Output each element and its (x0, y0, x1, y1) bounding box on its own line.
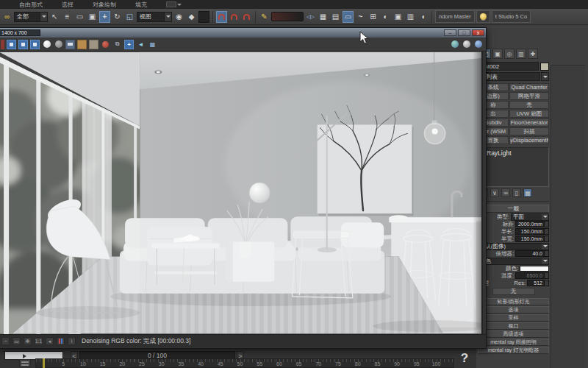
modifier-button[interactable]: 扫描 (509, 127, 549, 135)
stack-item-vraylight[interactable]: RayLight (480, 149, 547, 157)
correction-sphere-icon[interactable] (450, 40, 459, 49)
modifier-button[interactable]: 壳 (509, 101, 549, 109)
green-channel-icon[interactable] (18, 40, 28, 49)
window-crossing-icon[interactable]: ▣ (87, 11, 98, 23)
rollout-bar[interactable]: 矩形/圆形灯光 (478, 298, 549, 305)
reference-coordsys-dropdown[interactable]: 视图 (137, 12, 172, 22)
material-editor-icon[interactable]: ◐ (380, 11, 391, 23)
spinner-icon[interactable] (544, 222, 548, 227)
time-slider-handle[interactable] (43, 358, 45, 368)
load-image-icon[interactable] (77, 40, 87, 49)
alpha-channel-icon[interactable] (42, 40, 51, 49)
texture-none-button[interactable]: 无 (492, 288, 535, 295)
track-bar-ruler[interactable] (35, 358, 454, 368)
spinner-icon[interactable] (544, 280, 548, 286)
rollout-bar[interactable]: mental ray 灯光明暗器 (478, 347, 549, 354)
zoom-fit-icon[interactable]: ▭ (12, 337, 21, 345)
ribbon-toggle-icon[interactable]: ▭ (343, 11, 354, 23)
rect-selection-region-icon[interactable]: ▭ (74, 11, 85, 23)
tab-motion[interactable]: ◎ (504, 49, 514, 59)
ribbon-tab-selection[interactable]: 选择 (62, 1, 74, 9)
select-by-name-icon[interactable]: ≡ (62, 11, 73, 23)
select-scale-icon[interactable]: ◱ (124, 11, 135, 23)
studio-plugin-button[interactable]: t Studio 5 Co (492, 10, 531, 23)
spinner-icon[interactable] (544, 236, 548, 241)
rollout-bar[interactable]: 采样 (478, 314, 549, 322)
rollout-bar[interactable]: 高级选项 (478, 330, 549, 338)
rollout-bar[interactable]: mental ray 间接照明 (478, 339, 549, 346)
selection-filter-dropdown[interactable]: 全部 (14, 12, 48, 22)
named-selection-field[interactable] (271, 12, 304, 21)
percent-snap-icon[interactable] (241, 11, 252, 23)
rollout-bar[interactable]: 视口 (478, 322, 549, 330)
render-window-titlebar[interactable]: 1400 x 700 – □ x (0, 28, 486, 38)
configure-modifier-sets-icon[interactable]: ▦ (523, 188, 532, 197)
duplicate-buffer-icon[interactable]: ⧉ (112, 40, 122, 49)
mini-curve-editor-button[interactable] (19, 359, 31, 367)
mirror-icon[interactable]: ◁▷ (305, 11, 316, 23)
color-mode-dropdown[interactable]: 颜色 (478, 258, 549, 265)
tab-utilities[interactable]: ✚ (528, 49, 538, 59)
select-manipulate-icon[interactable]: ◆ (186, 11, 197, 23)
render-production-icon[interactable]: ◖ (417, 11, 429, 23)
rendered-frame-window-icon[interactable]: ▥ (405, 11, 416, 23)
light-plugin-button[interactable] (476, 10, 490, 23)
close-button[interactable]: x (472, 29, 484, 36)
monitor-icon[interactable]: ▦ (148, 40, 157, 49)
save-image-icon[interactable] (65, 40, 75, 49)
modifier-list-dropdown[interactable]: 器列表 (478, 72, 540, 81)
keyboard-override-icon[interactable] (198, 11, 209, 23)
zoom-out-icon[interactable]: − (1, 337, 10, 345)
grey-sphere-icon[interactable] (462, 40, 471, 49)
maximize-button[interactable]: □ (458, 29, 470, 36)
res-field[interactable]: 512 (527, 280, 549, 286)
half-length-field[interactable]: 150.0mm (515, 228, 549, 235)
tab-hierarchy[interactable]: ▣ (492, 49, 503, 59)
minimize-button[interactable]: – (444, 29, 456, 36)
link-icon[interactable]: ∞ (1, 11, 12, 23)
ribbon-tab-object-paint[interactable]: 对象绘制 (93, 1, 116, 9)
modifier-button[interactable]: FloorGenerator (509, 118, 549, 127)
chevron-down-icon[interactable] (541, 72, 549, 81)
modifier-button[interactable]: ayDisplacementM (509, 136, 549, 144)
show-end-result-icon[interactable]: ∨ (490, 188, 499, 197)
select-move-icon[interactable]: + (99, 11, 110, 23)
select-object-icon[interactable]: ↖ (49, 11, 60, 23)
mono-channel-icon[interactable] (54, 40, 63, 49)
rollout-bar[interactable]: 选项 (478, 306, 549, 314)
use-center-icon[interactable]: ◉ (173, 11, 184, 23)
schematic-view-icon[interactable]: ⊞ (368, 11, 379, 23)
light-color-swatch[interactable] (520, 266, 549, 272)
track-mouse-icon[interactable]: + (124, 40, 134, 49)
intensity-units-dropdown[interactable]: 默认(图像) (478, 243, 549, 250)
multiplier-field[interactable]: 40.0 (515, 250, 549, 257)
modifier-button[interactable]: 网格平滑 (509, 92, 549, 100)
align-icon[interactable]: ▦ (318, 11, 329, 23)
ribbon-collapse-icon[interactable] (166, 1, 176, 7)
half-width-field[interactable]: 150.0mm (515, 236, 549, 242)
spinner-icon[interactable] (544, 229, 548, 234)
compare-ab-icon[interactable] (57, 337, 65, 345)
prev-channel-icon[interactable]: ◂ (46, 337, 54, 345)
pan-icon[interactable]: ✥ (24, 337, 32, 345)
actual-size-icon[interactable]: 1:1 (35, 337, 43, 345)
modifier-stack[interactable]: RayLight (478, 147, 549, 187)
select-rotate-icon[interactable]: ↻ (112, 11, 123, 23)
clear-image-icon[interactable] (101, 40, 110, 49)
copy-image-icon[interactable] (89, 40, 98, 49)
info-icon[interactable]: i (68, 337, 76, 345)
angle-snap-icon[interactable] (229, 11, 240, 23)
modifier-button[interactable]: UVW 贴图 (509, 110, 549, 118)
blue-sphere-icon[interactable] (473, 40, 483, 49)
layer-manager-icon[interactable]: ▤ (330, 11, 341, 23)
modifier-button[interactable]: Quad Chamfer (509, 83, 549, 91)
region-render-icon[interactable]: ◄ (136, 40, 146, 49)
edit-named-selection-icon[interactable]: ✎ (259, 11, 270, 23)
ribbon-tab-freeform[interactable]: 自由形式 (19, 1, 43, 9)
red-channel-icon[interactable] (7, 40, 16, 49)
light-type-dropdown[interactable]: 平面 (511, 213, 549, 221)
spinner-icon[interactable] (544, 251, 548, 256)
object-name-field[interactable]: ight002 (478, 62, 539, 71)
make-unique-icon[interactable]: ∞ (501, 188, 510, 197)
object-color-swatch[interactable] (540, 63, 549, 71)
